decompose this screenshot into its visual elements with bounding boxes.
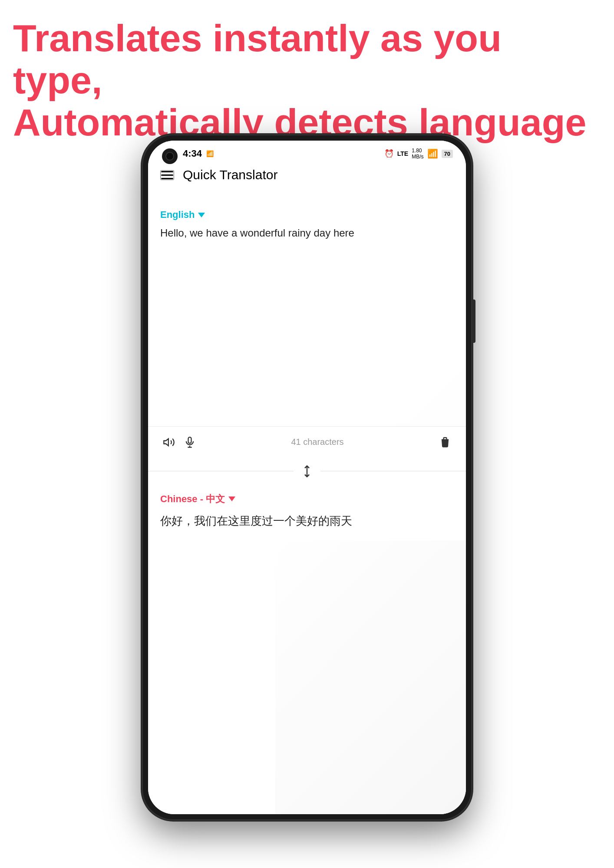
headline-section: Translates instantly as you type, Automa… (13, 17, 601, 143)
main-content: English Hello, we have a wonderful rainy… (148, 201, 466, 814)
phone-mockup: 4:34 📶 ⏰ LTE 1.80MB/s 📶 70 (142, 135, 472, 838)
app-title: Quick Translator (183, 168, 277, 182)
sim-icon: 📶 (206, 150, 214, 157)
status-bar-right: ⏰ LTE 1.80MB/s 📶 70 (384, 148, 453, 160)
char-count: 41 characters (198, 437, 436, 447)
source-language-label: English (160, 209, 195, 220)
battery-icon: 70 (442, 150, 453, 158)
clock-icon: ⏰ (384, 149, 394, 158)
lte-label: LTE (397, 150, 408, 157)
speaker-button[interactable] (160, 434, 178, 451)
delete-button[interactable] (436, 434, 454, 451)
source-spacer (148, 244, 466, 426)
target-translated-text: 你好，我们在这里度过一个美好的雨天 (160, 506, 454, 533)
battery-level: 70 (444, 151, 450, 157)
phone-shell: 4:34 📶 ⏰ LTE 1.80MB/s 📶 70 (142, 135, 472, 820)
speed-label: 1.80MB/s (412, 148, 423, 160)
swap-button[interactable] (294, 461, 320, 481)
hamburger-line-3 (161, 178, 173, 179)
target-language-label: Chinese - 中文 (160, 493, 225, 506)
side-button (472, 299, 475, 343)
status-time: 4:34 (183, 148, 202, 159)
app-header: Quick Translator (148, 163, 466, 187)
swap-section (148, 458, 466, 485)
menu-button[interactable] (160, 170, 174, 180)
phone-screen: 4:34 📶 ⏰ LTE 1.80MB/s 📶 70 (148, 141, 466, 814)
target-section: Chinese - 中文 你好，我们在这里度过一个美好的雨天 (148, 485, 466, 541)
camera-lens (165, 152, 174, 161)
status-bar: 4:34 📶 ⏰ LTE 1.80MB/s 📶 70 (148, 141, 466, 163)
svg-rect-1 (188, 437, 191, 443)
source-language-selector[interactable]: English (160, 209, 454, 220)
wifi-icon: 📶 (427, 148, 438, 159)
speaker-icon (163, 436, 175, 448)
headline-text: Translates instantly as you type, Automa… (13, 17, 601, 143)
hamburger-line-2 (161, 174, 173, 176)
source-dropdown-arrow (198, 213, 205, 217)
target-language-selector[interactable]: Chinese - 中文 (160, 493, 454, 506)
source-section: English Hello, we have a wonderful rainy… (148, 201, 466, 244)
camera-cutout (162, 148, 178, 164)
char-count-bar: 41 characters (148, 426, 466, 458)
svg-marker-0 (164, 438, 168, 445)
microphone-icon (184, 436, 196, 448)
source-input-text[interactable]: Hello, we have a wonderful rainy day her… (160, 220, 454, 244)
swap-icon (300, 465, 314, 478)
headline-line1: Translates instantly as you type, (13, 16, 502, 102)
target-dropdown-arrow (228, 496, 235, 501)
delete-icon (439, 436, 451, 448)
microphone-button[interactable] (181, 434, 198, 451)
hamburger-line-1 (161, 171, 173, 172)
